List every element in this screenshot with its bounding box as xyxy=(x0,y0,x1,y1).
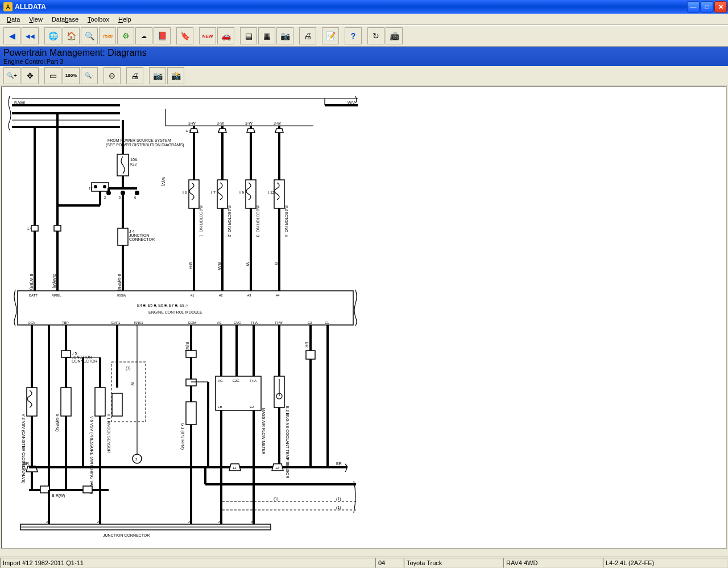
svg-text:E7: E7 xyxy=(186,129,191,133)
svg-rect-120 xyxy=(95,388,105,416)
svg-text:E3: E3 xyxy=(35,488,39,492)
bookmark-icon[interactable]: 🔖 xyxy=(176,27,193,44)
svg-text:INJECTOR NO. 2: INJECTOR NO. 2 xyxy=(228,205,231,237)
svg-text:E4: E4 xyxy=(22,467,27,471)
svg-text:FROM POWER SOURCE SYSTEM: FROM POWER SOURCE SYSTEM xyxy=(107,138,171,142)
svg-text:KNK1: KNK1 xyxy=(134,321,143,324)
zoom-100-icon[interactable]: 100% xyxy=(63,67,80,84)
status-make: Toyota Truck xyxy=(404,558,503,568)
svg-text:E2G: E2G xyxy=(233,379,239,382)
print-icon[interactable]: 🖨 xyxy=(299,27,316,44)
list-icon[interactable]: ▤ xyxy=(240,27,257,44)
online-icon[interactable]: ☁ xyxy=(135,27,152,44)
svg-rect-33 xyxy=(118,228,128,245)
menu-toolbox[interactable]: Toolbox xyxy=(83,15,114,24)
menu-view[interactable]: View xyxy=(24,15,47,24)
svg-text:EVP1: EVP1 xyxy=(111,321,121,324)
svg-text:BR: BR xyxy=(305,342,309,348)
svg-rect-50 xyxy=(189,180,199,208)
zoom-region-icon[interactable]: ▭ xyxy=(44,67,61,84)
svg-text:#4: #4 xyxy=(276,294,280,297)
svg-text:E4 ■, E5 ■, E6 ■, E7 ■, E8 △: E4 ■, E5 ■, E6 ■, E7 ■, E8 △ xyxy=(137,303,189,307)
svg-text:A: A xyxy=(46,520,48,524)
svg-text:JUNCTION: JUNCTION xyxy=(129,233,149,237)
maximize-button[interactable]: □ xyxy=(701,1,713,13)
svg-marker-70 xyxy=(275,129,283,133)
svg-text:A: A xyxy=(97,520,100,524)
svg-text:3-W: 3-W xyxy=(274,121,281,125)
svg-point-26 xyxy=(106,191,111,195)
book-icon[interactable]: 📕 xyxy=(154,27,171,44)
svg-text:TBP: TBP xyxy=(62,321,69,324)
refresh-icon[interactable]: ↻ xyxy=(367,27,384,44)
svg-text:THA: THA xyxy=(250,379,257,382)
svg-rect-80 xyxy=(18,291,353,325)
svg-text:C7: C7 xyxy=(27,227,31,231)
svg-text:B-W/6: B-W/6 xyxy=(14,101,26,105)
svg-text:B-W: B-W xyxy=(217,262,221,270)
svg-marker-48 xyxy=(190,129,198,133)
world-icon[interactable]: 🌐 xyxy=(44,27,61,44)
svg-text:JUNCTION CONNECTOR: JUNCTION CONNECTOR xyxy=(103,533,150,537)
svg-text:W(V): W(V) xyxy=(161,177,166,186)
zoom-in-icon[interactable]: 🔍+ xyxy=(3,67,20,84)
svg-text:3-W: 3-W xyxy=(245,121,253,125)
wiring-diagram: .wthk{stroke:#000;stroke-width:4;fill:no… xyxy=(6,92,365,547)
svg-text:INJECTOR NO. 3: INJECTOR NO. 3 xyxy=(256,205,260,237)
svg-rect-71 xyxy=(274,180,284,208)
svg-text:(SEE POWER DISTRIBUTION DIAGRA: (SEE POWER DISTRIBUTION DIAGRAMS) xyxy=(106,143,184,147)
svg-text:THW: THW xyxy=(275,321,283,324)
status-import: Import #12 1982-2011 Q1-11 xyxy=(0,558,375,568)
close-button[interactable]: ✕ xyxy=(714,1,727,13)
menu-help[interactable]: Help xyxy=(114,15,136,24)
svg-text:J 4: J 4 xyxy=(129,229,134,233)
svg-text:INJECTOR NO. 4: INJECTOR NO. 4 xyxy=(284,205,288,237)
camera-icon[interactable]: 📷 xyxy=(276,27,293,44)
parts-icon[interactable]: ⚙ xyxy=(117,27,134,44)
zoom-center-icon[interactable]: ✥ xyxy=(22,67,39,84)
section-title: Powertrain Management: Diagrams xyxy=(3,48,725,58)
svg-text:VG: VG xyxy=(218,379,223,382)
zoom-reset-icon[interactable]: ⊖ xyxy=(104,67,121,84)
search-db-icon[interactable]: 🔍 xyxy=(81,27,98,44)
list2-icon[interactable]: ▦ xyxy=(258,27,275,44)
home-icon[interactable]: 🏠 xyxy=(63,27,80,44)
new-car-icon[interactable]: NEW xyxy=(199,27,216,44)
code-7520-icon[interactable]: 7520 xyxy=(99,27,116,44)
svg-text:I 12: I 12 xyxy=(268,191,275,195)
note-icon[interactable]: 📝 xyxy=(322,27,339,44)
svg-text:E1: E1 xyxy=(325,321,329,324)
svg-rect-119 xyxy=(61,388,71,416)
nav-back-fast-button[interactable]: ◀◀ xyxy=(22,27,39,44)
svg-text:(1): (1) xyxy=(336,497,341,501)
svg-text:ENGINE CONTROL MODULE: ENGINE CONTROL MODULE xyxy=(148,310,202,314)
svg-text:CONNECTOR: CONNECTOR xyxy=(129,237,155,241)
svg-rect-102 xyxy=(27,388,37,416)
zoom-out-icon[interactable]: 🔍- xyxy=(81,67,98,84)
svg-text:INJECTOR NO. 1: INJECTOR NO. 1 xyxy=(199,205,203,237)
car-icon[interactable]: 🚗 xyxy=(217,27,234,44)
svg-text:3-W: 3-W xyxy=(188,121,196,125)
section-header: Powertrain Management: Diagrams Engine C… xyxy=(0,47,728,66)
svg-point-17 xyxy=(103,185,106,188)
app-icon: A xyxy=(3,2,13,11)
svg-text:#2: #2 xyxy=(219,294,223,297)
svg-text:12: 12 xyxy=(275,466,279,470)
svg-rect-177 xyxy=(83,486,92,493)
diagram-viewport[interactable]: .wthk{stroke:#000;stroke-width:4;fill:no… xyxy=(1,87,727,549)
fax-icon[interactable]: 📠 xyxy=(386,27,403,44)
minimize-button[interactable]: — xyxy=(687,1,700,13)
svg-text:THA: THA xyxy=(251,321,258,324)
svg-text:V 6
VSV (PRESSURE
SWITCHING VA: V 6 VSV (PRESSURE SWITCHING VALVE) xyxy=(89,416,94,494)
menu-data[interactable]: Data xyxy=(2,15,24,24)
print-diag-icon[interactable]: 🖨 xyxy=(126,67,143,84)
nav-back-button[interactable]: ◀ xyxy=(3,27,20,44)
snapshot-icon[interactable]: 📷 xyxy=(149,67,166,84)
menu-database[interactable]: Database xyxy=(47,15,83,24)
help-icon[interactable]: ? xyxy=(345,27,362,44)
svg-text:I 9: I 9 xyxy=(239,191,244,195)
svg-text:B: B xyxy=(274,262,278,265)
svg-rect-140 xyxy=(186,402,196,425)
snapshot2-icon[interactable]: 📸 xyxy=(167,67,184,84)
svg-text:(1): (1) xyxy=(126,366,131,371)
